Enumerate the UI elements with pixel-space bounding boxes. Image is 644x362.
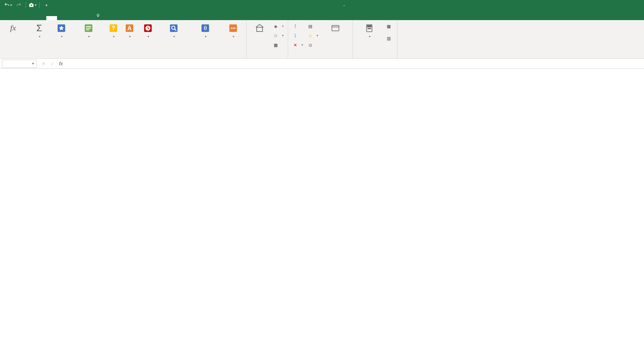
lookup-button[interactable]: ▾ [160,21,188,40]
file-tab[interactable] [2,16,11,20]
text-icon: A [123,23,136,34]
trace-precedents-button[interactable]: ⤴ [291,21,305,31]
error-checking-button[interactable]: ⚠▾ [306,31,320,40]
use-in-formula-button: fx▾ [271,31,285,40]
tab-pagelayout[interactable] [35,16,46,20]
autosum-button[interactable]: Σ ▾ [29,21,50,40]
ribbon: fx Σ ▾ ▾ ▾ ? ▾ A [0,20,644,59]
svg-point-3 [97,14,99,16]
tab-insert[interactable] [23,16,34,20]
formula-input[interactable] [65,60,644,67]
datetime-button[interactable]: ▾ [138,21,158,40]
logical-icon: ? [107,23,119,34]
formula-icon: ▤ [307,23,313,29]
clock-icon [142,23,154,34]
svg-point-28 [369,28,370,29]
remove-icon: ✕ [292,42,298,48]
recently-used-button[interactable]: ▾ [51,21,72,40]
sheet-icon: ▥ [386,35,392,41]
svg-rect-15 [170,24,178,32]
title-bar: ▾ ▾ ▾ - [0,0,644,10]
window-icon [329,23,341,34]
show-formulas-button[interactable]: ▤ [306,21,320,31]
bulb-icon [96,13,101,18]
group-label-auditing [291,57,350,58]
svg-rect-7 [86,28,91,29]
svg-point-27 [368,28,368,29]
ribbon-tabs [0,10,644,20]
svg-text:?: ? [112,25,115,32]
tag-small-icon: ◈ [273,23,279,29]
calculate-sheet-button[interactable]: ▥ [384,34,394,43]
chevron-down-icon: ▼ [32,62,35,65]
text-button[interactable]: A ▾ [123,21,136,40]
theta-icon: θ [199,23,211,34]
svg-rect-23 [257,27,263,32]
financial-icon [83,23,95,34]
logical-button[interactable]: ? ▾ [105,21,121,40]
calc-now-icon: ▦ [386,23,392,29]
svg-rect-26 [367,25,371,27]
insert-function-button[interactable]: fx [3,21,23,36]
star-icon [55,23,67,34]
create-from-selection-button[interactable]: ▦ [271,40,285,50]
svg-rect-6 [86,26,91,27]
more-icon [227,23,239,34]
calculation-options-button[interactable]: ▾ [356,21,383,40]
quick-access-toolbar: ▾ ▾ ▾ [0,1,50,9]
arrow-up-icon: ⤴ [292,23,298,29]
warning-icon: ⚠ [307,33,313,39]
cancel-formula-button[interactable]: ✕ [40,60,48,68]
enter-formula-button[interactable]: ✓ [48,60,56,68]
group-label-library [29,57,244,58]
svg-rect-8 [86,29,90,31]
math-button[interactable]: θ ▾ [189,21,221,40]
more-functions-button[interactable]: ▾ [223,21,244,40]
grid-small-icon: ▦ [273,42,279,48]
tab-formulas[interactable] [46,16,57,20]
fx-icon: fx [7,23,19,34]
undo-button[interactable]: ▾ [4,1,12,9]
svg-point-20 [231,27,232,29]
svg-point-22 [234,27,235,29]
group-label-calculation [356,57,394,58]
calculate-now-button[interactable]: ▦ [384,21,394,31]
svg-rect-24 [332,25,339,31]
watch-window-button[interactable] [321,21,350,36]
tab-data[interactable] [58,16,68,20]
svg-rect-2 [31,3,33,4]
tell-me-search[interactable] [92,11,107,20]
tab-review[interactable] [69,16,80,20]
search-icon [168,23,180,34]
tab-view[interactable] [80,16,91,20]
tab-start[interactable] [12,16,23,20]
name-box[interactable]: ▼ [2,60,37,68]
group-label-names [249,57,285,58]
camera-button[interactable]: ▾ [29,1,37,9]
name-manager-button[interactable] [249,21,270,36]
arrow-down-icon: ⤵ [292,33,298,39]
fx-small-icon: fx [273,33,279,39]
trace-dependents-button[interactable]: ⤵ [291,31,305,40]
redo-button[interactable] [15,1,23,9]
remove-arrows-button[interactable]: ✕▾ [291,40,305,50]
financial-button[interactable]: ▾ [73,21,104,40]
tag-icon [254,23,266,34]
formula-bar: ▼ ✕ ✓ fx [0,59,644,69]
svg-text:θ: θ [204,25,207,32]
evaluate-formula-button[interactable]: ⊙ [306,40,320,50]
window-title: - [50,3,638,8]
svg-text:A: A [127,25,132,32]
svg-point-1 [31,5,32,6]
sigma-icon: Σ [33,23,45,34]
svg-point-21 [232,27,234,29]
eval-icon: ⊙ [307,42,313,48]
fx-label[interactable]: fx [59,61,63,66]
define-name-button[interactable]: ◈▾ [271,21,285,31]
svg-point-29 [370,28,371,29]
calc-icon [363,23,375,34]
qat-customize-button[interactable]: ▾ [42,1,50,9]
